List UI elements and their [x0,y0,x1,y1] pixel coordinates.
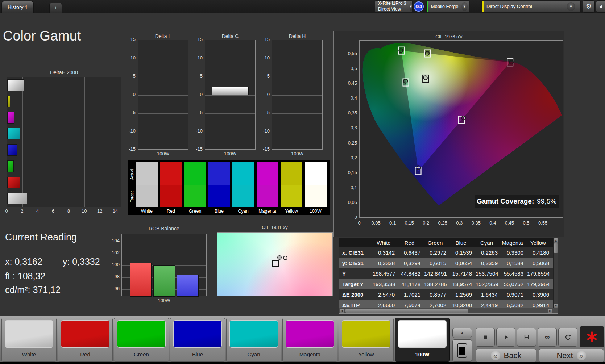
meter-dropdown[interactable]: X-Rite i1Pro 3 Direct View ▼ [375,0,413,13]
settings-button[interactable]: ⚙ [583,0,595,13]
delta-chart-title: Delta H [272,33,323,39]
scroll-up-button[interactable]: ▲ [554,238,558,243]
patch-button-red[interactable]: Red [58,318,113,362]
chevron-down-icon: ▼ [409,2,413,11]
patch-swatch [61,320,109,348]
gridline [122,242,206,242]
patch-label: White [2,351,56,357]
x-tick-label: 6 [49,208,58,214]
x-tick-label: 14 [111,208,120,214]
collapse-panel-button[interactable]: ◀ [596,0,605,13]
horizontal-scroll-thumb[interactable] [345,309,468,313]
meter-count-badge[interactable]: 650 [414,1,424,12]
patch-button-magenta[interactable]: Magenta [282,318,337,362]
current-reading-cd: cd/m²: 371,12 [5,285,61,295]
back-button[interactable]: «Back [476,349,536,363]
new-tab-button[interactable]: + [49,3,62,13]
table-cell: 55,4583 [501,271,527,277]
swatch-label: Magenta [256,209,279,214]
cie1976-x-tick: 0,4 [485,220,500,226]
actual-marker-blue [417,166,421,170]
cie1976-y-tick: 0,35 [340,110,357,116]
patch-button-cyan[interactable]: Cyan [226,318,281,362]
rgb-bar-blue [177,275,199,297]
table-cell: 10,3200 [450,302,476,308]
table-cell: 0,0654 [450,260,476,266]
stop-button[interactable] [476,328,495,347]
gridline [38,77,38,207]
back-label: Back [504,351,522,360]
scroll-down-button[interactable]: ▼ [554,304,558,308]
table-header-cyan: Cyan [476,240,501,246]
delta-chart-delta-h [272,40,323,150]
table-cell: 44,8482 [398,271,424,277]
delta-x-label: 100W [138,151,188,156]
vertical-scroll-thumb[interactable] [554,243,558,253]
scroll-right-button[interactable]: ▶ [548,309,552,313]
y-tick-label: 5 [192,73,203,79]
rgb-balance-chart [121,234,207,296]
patch-button-white[interactable]: White [1,318,57,362]
patch-label: Blue [170,351,225,357]
gamut-coverage-label: Gamut Coverage: [477,197,534,205]
patch-swatch [398,320,447,348]
cie1976-x-tick: 0,5 [519,220,534,226]
swatch-actual-white [136,162,158,185]
play-button[interactable] [496,328,515,347]
chevron-down-icon: ▼ [461,2,468,11]
patch-button-blue[interactable]: Blue [170,318,225,362]
patch-size-up-button[interactable]: ▲ [452,328,472,338]
cie1976-plot [359,40,563,218]
single-button[interactable] [517,328,536,347]
table-cell: 0,3338 [373,260,398,266]
gridline [272,77,322,77]
table-row-y-cie31: y: CIE310,33380,32940,60150,06540,33590,… [339,258,558,268]
patch-button-yellow[interactable]: Yellow [339,318,394,362]
delta-chart-delta-l [138,40,188,150]
patch-label: Red [58,351,112,357]
reading-x-value: 0,3162 [14,256,42,267]
y-tick-label: 10 [192,55,203,60]
cie1976-y-tick: 0,15 [340,170,357,175]
gridline [22,77,23,207]
tab-history-1[interactable]: History 1 [1,1,34,13]
patch-window-button[interactable] [452,339,472,362]
horizontal-scrollbar[interactable]: ◀▶ [339,308,558,313]
y-tick-label: -5 [192,110,203,115]
y-tick-label: -15 [192,146,203,152]
y-tick-label: 5 [125,73,136,79]
loop-button[interactable] [558,328,577,347]
table-header-row: WhiteRedGreenBlueCyanMagentaYellow [339,238,558,247]
row-label: ΔE ITP [339,302,373,308]
app-window: History 1 + X-Rite i1Pro 3 Direct View ▼… [0,0,605,364]
row-label: Target Y [339,281,373,287]
rgb-balance-title: RGB Balance [121,226,207,231]
bottom-strip [0,362,605,364]
next-button[interactable]: Next» [539,349,604,363]
y-tick-label: 10 [259,55,270,60]
gridline [272,59,322,59]
y-tick-label: 0 [192,92,203,97]
swatch-target-red [160,185,182,207]
row-label: ΔE 2000 [339,292,373,298]
table-row-y: Y198,457744,8482142,849115,7148153,75045… [339,268,558,279]
patch-button-green[interactable]: Green [114,318,169,362]
patch-button-100w[interactable]: 100W [395,318,450,362]
infinity-button[interactable]: ∞ [538,328,557,347]
swatch-label: 100W [304,209,328,214]
table-cell: 6,5082 [501,302,527,308]
patch-label: Yellow [339,351,393,357]
delta-x-label: 100W [272,151,323,156]
vertical-scrollbar[interactable]: ▲▼ [553,238,558,308]
measure-indicator-tile[interactable] [580,326,604,347]
scroll-left-button[interactable]: ◀ [340,309,344,313]
deltae-bar-magenta [7,112,14,124]
deltae-bar-cyan [7,128,20,139]
y-tick-label: 15 [125,37,136,42]
actual-row-label: Actual [130,162,134,187]
display-control-dropdown[interactable]: Direct Display Control ▼ [481,0,581,13]
y-tick-label: 15 [259,37,270,42]
x-tick-label: 8 [64,208,73,214]
source-dropdown[interactable]: Mobile Forge ▼ [426,0,470,13]
gridline [116,77,116,207]
